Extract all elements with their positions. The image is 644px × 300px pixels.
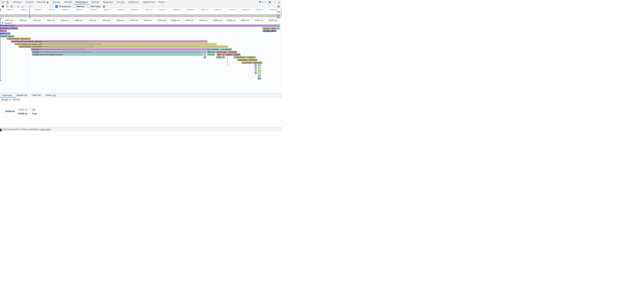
flame-bar[interactable]: Gen….ts	[217, 53, 225, 56]
flame-bar[interactable]: executeCodegen	[0, 25, 277, 27]
record-button[interactable]	[1, 5, 5, 8]
flame-bar-fragment[interactable]	[258, 77, 261, 80]
flame-bar-fragment[interactable]	[254, 67, 257, 69]
flame-bar[interactable]: Load GraphQL documents: package	[11, 40, 207, 43]
tab-application[interactable]: Application	[101, 0, 115, 4]
tab-lighthouse[interactable]: Lighthouse	[126, 0, 141, 4]
web-vitals-checkbox[interactable]	[87, 5, 90, 8]
screenshots-checkbox[interactable]	[55, 5, 58, 8]
flame-bar-fragment[interactable]	[227, 64, 228, 66]
flame-bar-fragment[interactable]	[258, 64, 261, 66]
flame-bar[interactable]: Load GraphQL documents: pac	[14, 43, 216, 45]
flame-bar-fragment[interactable]	[254, 72, 257, 74]
flame-gridline	[56, 19, 56, 93]
tab-network[interactable]: Network	[62, 0, 74, 4]
reload-and-record-button[interactable]	[6, 5, 9, 8]
flame-bar[interactable]: Load G…kages/	[225, 53, 240, 56]
screenshots-checkbox-row[interactable]: Screenshots	[55, 5, 71, 8]
thread-0-header[interactable]: Thread 0	[2, 22, 12, 24]
summary-donut-chart: 20188 ms	[2, 103, 18, 119]
details-tab-call-tree[interactable]: Call Tree	[30, 93, 43, 98]
tab-adblock-plus[interactable]: Adblock Plus	[140, 0, 156, 4]
load-profile-icon[interactable]	[16, 5, 20, 8]
memory-checkbox[interactable]	[73, 5, 76, 8]
tab-recorder[interactable]: Recorder	[36, 0, 50, 4]
flame-bar[interactable]: Load Gra…hema.ts	[0, 27, 18, 30]
overview-marker-line[interactable]	[30, 9, 30, 19]
timeline-overview[interactable]: 1000 ms2000 ms3000 ms4000 ms5000 ms6000 …	[0, 9, 282, 19]
web-vitals-checkbox-row[interactable]: Web Vitals	[87, 5, 100, 8]
settings-gear-icon[interactable]	[268, 1, 271, 4]
flame-bar-fragment[interactable]	[216, 56, 216, 59]
ruler-tick-label: 7000 ms	[84, 19, 96, 22]
flame-bar-fragment[interactable]	[254, 69, 257, 72]
flame-bar[interactable]: Validate documents against schema	[32, 53, 203, 56]
clear-recording-icon[interactable]	[10, 5, 13, 8]
tab-performance[interactable]: Performance	[74, 0, 90, 4]
flame-bar-fragment[interactable]	[258, 75, 261, 77]
capture-settings-gear-icon[interactable]	[277, 5, 280, 8]
flame-bar[interactable]: Load Graph…packages/	[242, 62, 262, 64]
learn-more-link[interactable]: Learn more	[40, 128, 51, 131]
save-profile-icon[interactable]	[21, 5, 24, 8]
flame-bar-fragment[interactable]	[258, 72, 261, 74]
redacted-text-blur	[41, 41, 88, 43]
flame-bar-fragment[interactable]	[277, 27, 280, 30]
flame-gridline	[208, 19, 209, 93]
close-icon[interactable]	[277, 1, 280, 4]
flame-bar[interactable]: Co…ts	[207, 53, 215, 56]
device-toolbar-icon[interactable]	[6, 1, 9, 4]
flame-bar[interactable]: Load GraphQL documents:	[18, 46, 228, 48]
flame-bar[interactable]: Codeg…ges/	[262, 30, 276, 32]
ruler-tick-label: 6000 ms	[70, 19, 82, 22]
flame-bar[interactable]: Generate: p	[31, 48, 207, 51]
flame-bar[interactable]: Load …s.ts	[0, 32, 10, 35]
flame-bar-fragment[interactable]	[227, 62, 228, 64]
flame-bar[interactable]: Gen…ts	[207, 51, 216, 53]
flame-chart-canvas[interactable]	[0, 19, 282, 93]
details-tab-summary[interactable]: Summary	[0, 93, 14, 98]
divider	[26, 5, 26, 8]
idle-value: 20188 ms	[17, 108, 28, 111]
flame-bar-fragment[interactable]	[204, 56, 206, 59]
issues-badge[interactable]: 3	[258, 1, 264, 4]
flame-bar[interactable]: Load Grap…/mocks.ts	[237, 59, 258, 61]
inspect-element-icon[interactable]	[2, 1, 4, 4]
flame-bar[interactable]: Codegen:	[32, 51, 206, 53]
flame-bar-fragment[interactable]	[227, 56, 228, 59]
flame-bar[interactable]: Load Graph…/mocks.ts	[216, 51, 237, 53]
flame-bar-label: Load GraphQL documents: pac	[15, 43, 42, 45]
memory-checkbox-row[interactable]: Memory	[73, 5, 84, 8]
flame-bar[interactable]: Lo…s	[0, 30, 7, 32]
details-tab-bottom-up[interactable]: Bottom-Up	[14, 93, 30, 98]
flame-bar[interactable]: Genera…ages/	[262, 27, 277, 30]
profile-history-select[interactable]: #1	[28, 5, 51, 8]
details-tab-event-log[interactable]: Event Log	[43, 93, 58, 98]
tab-sources[interactable]: Sources	[50, 0, 62, 4]
total-blocking-time-text: Total blocking time: 0.00ms (estimated)	[2, 128, 39, 131]
flame-bar-fragment[interactable]	[277, 25, 280, 27]
profile-select-value: #1	[28, 5, 31, 8]
trash-icon[interactable]	[102, 5, 106, 8]
tab-console[interactable]: Console	[24, 0, 36, 4]
tab-memory[interactable]: Memory	[90, 0, 101, 4]
flame-bar[interactable]: Load GraphQL …urn-types.ts	[206, 48, 232, 51]
flame-bar[interactable]: Load GraphQ…ed/types.ts	[7, 38, 31, 40]
flame-bar-fragment[interactable]	[258, 67, 261, 69]
kebab-menu-icon[interactable]	[273, 1, 276, 4]
tab-redux[interactable]: Redux	[157, 0, 166, 4]
flame-bar-fragment[interactable]	[258, 69, 261, 72]
flame-bar[interactable]: Load Graph…n-types.ts	[234, 56, 256, 59]
thread-label: Thread 0	[4, 22, 12, 24]
tab-label: Adblock Plus	[142, 1, 155, 4]
flame-bar-fragment[interactable]	[227, 59, 228, 61]
flame-bar[interactable]: Load G…pes.ts	[0, 35, 14, 38]
flame-bar[interactable]: Cod….ts	[217, 56, 225, 59]
overview-window-grip[interactable]	[0, 9, 1, 11]
flame-bar-fragment[interactable]	[280, 25, 280, 27]
tab-security[interactable]: Security	[115, 0, 126, 4]
tab-elements[interactable]: Elements	[11, 0, 24, 4]
flame-vertical-scrollbar[interactable]	[281, 9, 282, 16]
flame-bar-fragment[interactable]	[204, 53, 206, 56]
flame-bar-fragment[interactable]	[254, 64, 257, 66]
